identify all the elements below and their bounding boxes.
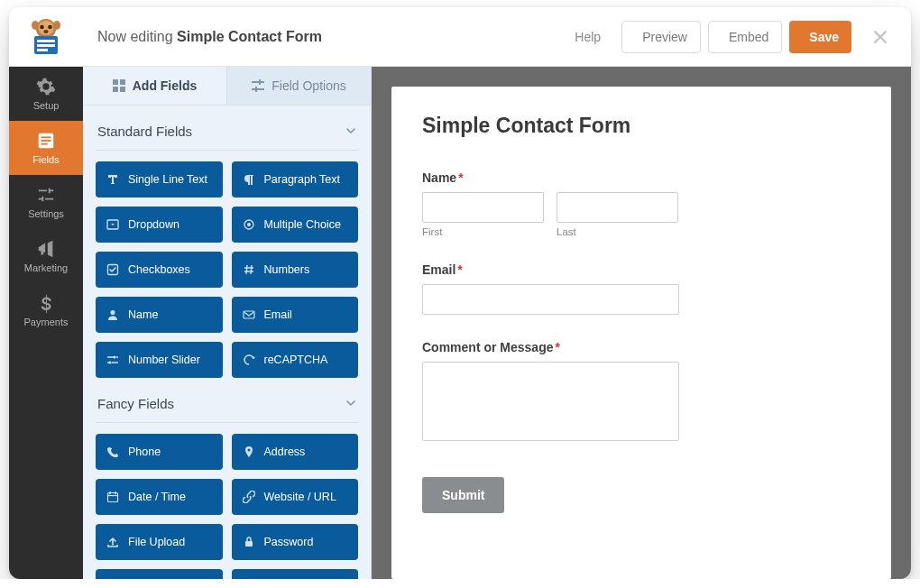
calendar-icon (106, 491, 119, 503)
field-button[interactable]: Email (232, 297, 359, 333)
chevron-down-icon (345, 124, 356, 139)
last-name-input[interactable] (557, 192, 678, 223)
svg-point-27 (111, 310, 115, 315)
svg-rect-8 (37, 40, 55, 42)
field-button[interactable]: Dropdown (96, 207, 223, 243)
sliders-icon (36, 185, 56, 205)
nav-settings-label: Settings (28, 208, 64, 219)
field-button[interactable]: Page Break (96, 569, 223, 579)
tab-add-fields-label: Add Fields (133, 78, 198, 93)
editing-form-name: Simple Contact Form (177, 29, 322, 44)
first-sublabel: First (422, 226, 544, 237)
group-title: Fancy Fields (97, 396, 174, 411)
svg-rect-9 (37, 44, 55, 47)
field-name[interactable]: Name* First Last (422, 170, 860, 237)
sliders-icon (106, 354, 119, 366)
group-heading[interactable]: Standard Fields (96, 115, 358, 151)
field-button-label: Name (128, 308, 158, 321)
editing-prefix: Now editing (97, 29, 173, 44)
nav-setup[interactable]: Setup (9, 67, 83, 121)
field-button[interactable]: Multiple Choice (232, 207, 359, 243)
radio-icon (243, 218, 255, 231)
save-label: Save (809, 30, 839, 44)
preview-button[interactable]: Preview (621, 21, 701, 53)
svg-rect-16 (41, 143, 48, 145)
field-button[interactable]: Numbers (232, 252, 359, 288)
svg-rect-20 (120, 87, 125, 92)
field-button-label: Checkboxes (128, 263, 190, 276)
field-grid: PhoneAddressDate / TimeWebsite / URLFile… (96, 423, 358, 579)
svg-rect-15 (41, 140, 51, 142)
field-button[interactable]: Phone (96, 434, 223, 470)
upload-icon (106, 536, 119, 548)
editing-title: Now editing Simple Contact Form (83, 29, 554, 45)
svg-point-4 (43, 30, 48, 33)
field-button[interactable]: Date / Time (96, 479, 223, 515)
field-button-label: Password (264, 536, 314, 548)
group-heading[interactable]: Fancy Fields (96, 387, 358, 423)
field-button[interactable]: Checkboxes (96, 252, 223, 288)
svg-rect-33 (245, 541, 253, 547)
submit-button[interactable]: Submit (422, 477, 504, 513)
pin-icon (243, 446, 255, 458)
field-button[interactable]: Section Divider (232, 569, 359, 579)
field-comment[interactable]: Comment or Message* (422, 340, 860, 441)
user-icon (106, 308, 119, 321)
field-email[interactable]: Email* (422, 262, 860, 315)
hash-icon (243, 263, 255, 276)
field-button-label: File Upload (128, 536, 185, 548)
form-title: Simple Contact Form (422, 114, 860, 138)
svg-point-3 (48, 24, 52, 29)
field-button-label: reCAPTCHA (264, 354, 328, 366)
form-preview[interactable]: Simple Contact Form Name* First Last (391, 87, 891, 579)
help-button[interactable]: Help (554, 21, 614, 53)
nav-fields[interactable]: Fields (9, 121, 83, 175)
name-row: First Last (422, 192, 860, 237)
fields-panel: Add Fields Field Options Standard Fields… (83, 67, 372, 579)
field-button[interactable]: Address (232, 434, 359, 470)
svg-rect-17 (113, 79, 118, 85)
field-button[interactable]: Single Line Text (96, 161, 223, 198)
top-actions: Help Preview Embed Save (554, 21, 897, 53)
app-window: Now editing Simple Contact Form Help Pre… (9, 7, 911, 579)
preview-label: Preview (642, 30, 687, 44)
email-input[interactable] (422, 284, 679, 315)
nav-payments-label: Payments (24, 317, 69, 327)
tab-field-options[interactable]: Field Options (227, 67, 371, 106)
svg-point-29 (113, 355, 115, 358)
tab-add-fields[interactable]: Add Fields (83, 67, 227, 106)
svg-rect-32 (108, 492, 118, 501)
svg-rect-28 (244, 311, 254, 318)
field-button[interactable]: Password (232, 524, 359, 560)
embed-label: Embed (729, 30, 768, 44)
first-name-input[interactable] (422, 192, 544, 223)
svg-rect-19 (113, 87, 118, 92)
svg-point-25 (247, 223, 251, 226)
field-button-label: Numbers (264, 263, 310, 276)
required-marker: * (555, 340, 559, 354)
field-button[interactable]: File Upload (96, 524, 223, 560)
save-button[interactable]: Save (789, 21, 851, 53)
last-sublabel: Last (557, 226, 678, 237)
close-button[interactable] (864, 21, 897, 53)
name-label: Name* (422, 170, 860, 185)
field-button[interactable]: Name (96, 297, 223, 333)
field-button[interactable]: Number Slider (96, 342, 223, 378)
panel-scroll: Standard FieldsSingle Line TextParagraph… (83, 106, 371, 579)
app-logo (9, 18, 83, 56)
comment-textarea[interactable] (422, 362, 679, 441)
tab-field-options-label: Field Options (271, 78, 345, 93)
nav-marketing[interactable]: Marketing (9, 229, 83, 283)
dollar-icon (36, 293, 56, 313)
svg-point-30 (108, 361, 111, 363)
nav-payments[interactable]: Payments (9, 283, 83, 337)
app-body: Setup Fields Settings Marketing Payments (9, 67, 911, 579)
nav-settings[interactable]: Settings (9, 175, 83, 229)
field-button[interactable]: reCAPTCHA (232, 342, 359, 378)
field-button[interactable]: Website / URL (232, 479, 359, 515)
required-marker: * (458, 170, 463, 185)
svg-point-6 (53, 21, 60, 30)
field-button-label: Website / URL (264, 491, 336, 503)
field-button[interactable]: Paragraph Text (232, 161, 359, 198)
embed-button[interactable]: Embed (708, 21, 782, 53)
